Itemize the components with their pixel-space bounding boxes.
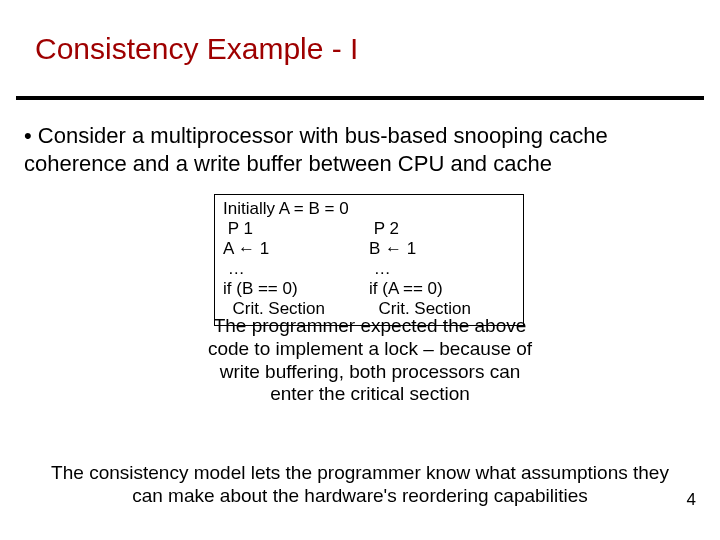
p1-name: P 1 — [223, 219, 369, 239]
horizontal-rule — [16, 96, 704, 100]
explanation-text: The programmer expected the above code t… — [205, 315, 535, 406]
p1-dots: … — [223, 259, 369, 279]
p1-assign: A ← 1 — [223, 239, 369, 259]
slide: Consistency Example - I • Consider a mul… — [0, 0, 720, 540]
bullet-marker: • — [24, 123, 32, 148]
code-initial: Initially A = B = 0 — [223, 199, 515, 219]
p1-cond: if (B == 0) — [223, 279, 369, 299]
code-box: Initially A = B = 0 P 1 A ← 1 … if (B ==… — [214, 194, 524, 326]
p2-dots: … — [369, 259, 515, 279]
p2-name: P 2 — [369, 219, 515, 239]
slide-title: Consistency Example - I — [35, 32, 358, 66]
code-col-p2: P 2 B ← 1 … if (A == 0) Crit. Section — [369, 219, 515, 319]
bullet-item: • Consider a multiprocessor with bus-bas… — [24, 122, 684, 177]
code-columns: P 1 A ← 1 … if (B == 0) Crit. Section P … — [223, 219, 515, 319]
p2-cond: if (A == 0) — [369, 279, 515, 299]
code-col-p1: P 1 A ← 1 … if (B == 0) Crit. Section — [223, 219, 369, 319]
footer-text: The consistency model lets the programme… — [40, 462, 680, 508]
bullet-text: Consider a multiprocessor with bus-based… — [24, 123, 608, 176]
p2-assign: B ← 1 — [369, 239, 515, 259]
page-number: 4 — [687, 490, 696, 510]
